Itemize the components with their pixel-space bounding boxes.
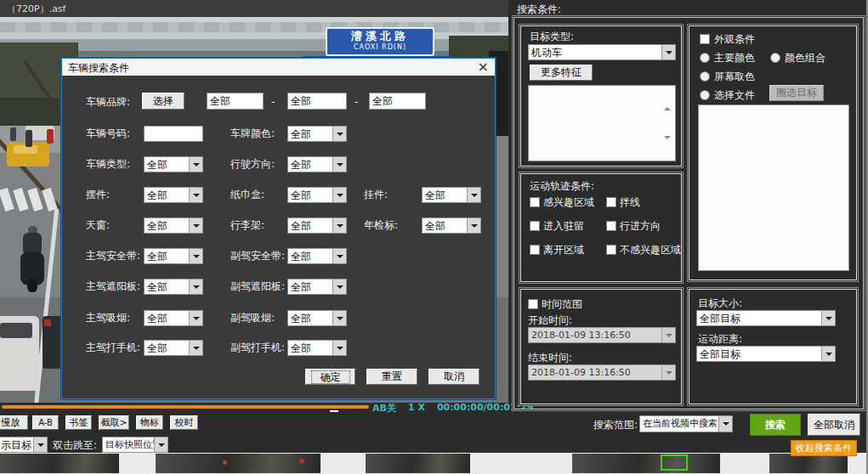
ok-button[interactable]: 确定 [305,369,355,385]
jump-to-label: 双击跳至: [53,437,97,454]
vehicle-search-dialog: 车辆搜索条件 × 车辆品牌: 选择 全部 - 全部 - 全部 车辆号码: 车牌颜… [61,58,496,399]
sunroof-select[interactable]: 全部 [144,217,203,234]
video-thumbnail[interactable] [769,454,848,473]
luggage-rack-select[interactable]: 全部 [287,217,347,234]
dropdown-arrow-icon[interactable] [189,188,202,202]
target-type-select[interactable]: 机动车 [528,44,676,60]
feature-listbox[interactable] [528,85,676,161]
search-button[interactable]: 搜索 [750,414,801,436]
plate-color-select[interactable]: 全部 [287,126,347,142]
dropdown-arrow-icon[interactable] [332,341,346,355]
dropdown-arrow-icon[interactable] [189,157,202,172]
thumbnail-tail-light [223,460,227,465]
close-icon[interactable]: × [478,59,489,76]
object-mark-button[interactable]: 物标 [136,415,163,430]
vehicle-type-select[interactable]: 全部 [144,156,203,172]
dropdown-arrow-icon[interactable] [189,218,202,233]
driver-smoking-select[interactable]: 全部 [144,310,203,326]
screen-pick-color-radio[interactable] [700,71,710,82]
dropdown-arrow-icon[interactable] [189,311,202,325]
dropdown-arrow-icon[interactable] [154,437,167,452]
dropdown-arrow-icon[interactable] [467,218,480,233]
time-sync-button[interactable]: 校时 [170,415,198,430]
dropdown-arrow-icon[interactable] [332,218,346,233]
select-file-label: 选择文件 [714,87,755,104]
progress-bar[interactable] [2,405,369,409]
dropdown-arrow-icon[interactable] [332,127,346,141]
dialog-titlebar[interactable]: 车辆搜索条件 × [62,59,495,76]
dropdown-arrow-icon[interactable] [189,249,202,263]
listbox-scroll-down-icon[interactable] [664,139,671,155]
dropdown-arrow-icon[interactable] [332,279,346,294]
direction-label: 行进方向 [620,218,661,234]
brand-level2-input[interactable]: 全部 [287,93,347,110]
time-range-checkbox[interactable] [528,299,538,309]
dropdown-arrow-icon[interactable] [33,437,47,452]
circle-target-button[interactable]: 圈选目标 [769,85,824,101]
passenger-seatbelt-select[interactable]: 全部 [287,248,347,264]
search-scope-select[interactable]: 在当前视频中搜索 [639,415,733,432]
video-thumbnail[interactable] [0,454,119,473]
cancel-button[interactable]: 取消 [428,369,479,385]
dropdown-arrow-icon[interactable] [821,311,835,325]
dropdown-arrow-icon[interactable] [718,416,732,432]
dropdown-arrow-icon[interactable] [821,347,835,361]
video-thumbnail[interactable] [156,454,321,473]
dropdown-arrow-icon[interactable] [332,157,346,172]
row-label: 副驾打手机: [230,340,285,356]
ornament-select[interactable]: 全部 [144,187,203,203]
ab-loop-button[interactable]: A-B [32,415,59,430]
tripwire-checkbox[interactable] [606,197,616,207]
dropdown-arrow-icon[interactable] [332,311,346,325]
dropdown-arrow-icon[interactable] [189,341,202,355]
roi-checkbox[interactable] [530,197,540,207]
bookmark-button[interactable]: 书签 [65,415,92,430]
brand-level3-input[interactable]: 全部 [369,93,426,110]
slow-play-button[interactable]: 慢放 [0,415,28,430]
passenger-phone-select[interactable]: 全部 [287,340,347,356]
direction-checkbox[interactable] [606,221,616,231]
pendant-select[interactable]: 全部 [422,187,481,203]
thumbnail-scroll-up-icon[interactable] [855,460,862,474]
collapse-search-button[interactable]: 收起搜索条件 [791,440,857,456]
more-features-button[interactable]: 更多特征 [530,65,593,81]
capture-button[interactable]: 截取> [99,415,129,430]
direction-select[interactable]: 全部 [287,156,347,172]
inspection-sticker-select[interactable]: 全部 [422,217,481,234]
brand-level1-input[interactable]: 全部 [207,93,264,110]
video-thumbnail[interactable] [572,454,720,473]
listbox-scroll-up-icon[interactable] [664,91,671,107]
cancel-all-button[interactable]: 全部取消 [808,414,860,436]
non-roi-checkbox[interactable] [606,245,616,255]
main-color-radio[interactable] [700,53,710,63]
jump-to-select[interactable]: 目标快照位置 [102,437,168,453]
display-target-select[interactable]: 示目标 [0,437,48,453]
road-sign-en: CAOXI RD(N) [327,44,433,51]
target-size-select[interactable]: 全部目标 [696,310,836,326]
dropdown-arrow-icon[interactable] [467,188,480,202]
passenger-visor-select[interactable]: 全部 [287,279,347,295]
dropdown-arrow-icon[interactable] [332,249,346,263]
dropdown-arrow-icon[interactable] [661,45,675,59]
dropdown-arrow-icon[interactable] [332,188,346,202]
driver-seatbelt-select[interactable]: 全部 [144,248,203,264]
row-label: 行李架: [230,217,264,234]
video-thumbnail[interactable] [366,454,470,473]
video-window-title: （720P）.asf [7,3,65,15]
passenger-smoking-select[interactable]: 全部 [287,310,347,326]
progress-marker[interactable] [330,410,338,412]
appearance-checkbox[interactable] [700,34,710,44]
enter-stay-checkbox[interactable] [530,221,540,231]
dropdown-arrow-icon[interactable] [189,279,202,294]
color-combo-radio[interactable] [770,53,780,63]
brand-select-button[interactable]: 选择 [142,93,184,110]
driver-visor-select[interactable]: 全部 [144,279,203,295]
tissue-box-select[interactable]: 全部 [287,187,347,203]
leave-area-checkbox[interactable] [530,245,540,255]
reset-button[interactable]: 重置 [366,369,417,385]
motion-distance-select[interactable]: 全部目标 [696,346,836,362]
driver-phone-select[interactable]: 全部 [144,340,203,356]
vehicle-number-input[interactable] [144,126,203,142]
appearance-preview-box [698,104,849,271]
select-file-radio[interactable] [700,90,710,100]
